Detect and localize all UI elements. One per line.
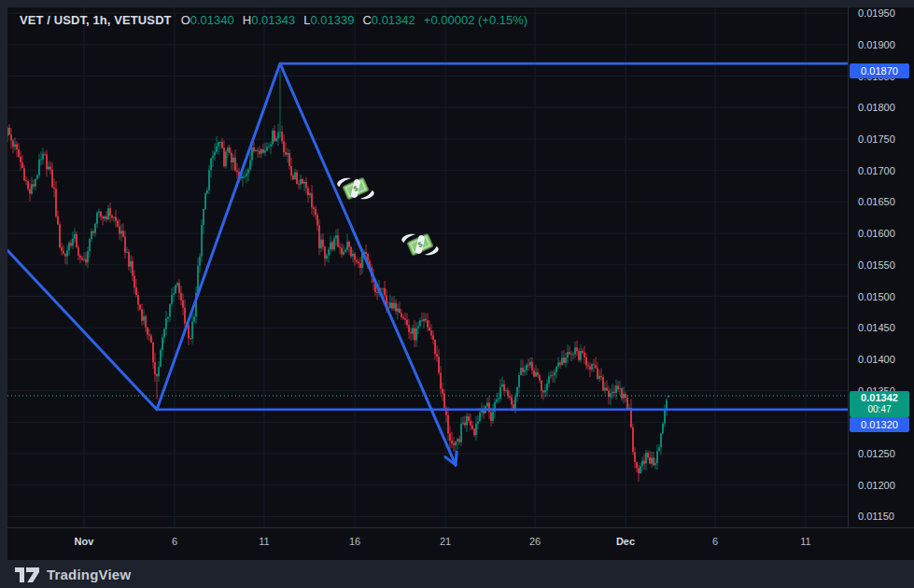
- price-tick-label: 0.01200: [858, 481, 895, 491]
- price-tick-label: 0.01250: [858, 449, 895, 459]
- change-value: +0.00002 (+0.15%): [424, 13, 527, 27]
- tradingview-wordmark[interactable]: TradingView: [47, 567, 131, 582]
- bottom-toolbar: TradingView: [0, 560, 914, 588]
- price-tag-lower-line: 0.01320: [850, 417, 909, 432]
- ohlc-values: O0.01340H0.01343L0.01339C0.01342: [181, 13, 424, 27]
- bar-countdown: 00:47: [850, 404, 909, 415]
- time-tick-label: 11: [259, 536, 269, 547]
- price-tag-upper-text: 0.01870: [861, 65, 898, 77]
- time-tick-label: 6: [712, 536, 718, 547]
- price-tick-label: 0.01700: [858, 166, 895, 176]
- time-tick-label: Dec: [616, 536, 635, 547]
- time-axis[interactable]: Nov611162126Dec611: [7, 527, 914, 561]
- price-tick-label: 0.01150: [858, 511, 894, 522]
- chart-pane[interactable]: $$: [7, 7, 848, 527]
- ohlc-field-o: O0.01340: [181, 13, 234, 27]
- price-tick-label: 0.01600: [858, 229, 895, 239]
- price-tick-label: 0.01800: [858, 103, 895, 113]
- grid-lines: [7, 7, 848, 527]
- money-with-wings-icon[interactable]: $: [401, 225, 440, 263]
- price-tick-label: 0.01650: [858, 197, 895, 207]
- price-axis[interactable]: 0.01870 0.01342 00:47 0.01320 0.019500.0…: [848, 7, 914, 527]
- left-frame: [0, 0, 7, 560]
- price-tick-label: 0.01400: [858, 355, 895, 365]
- price-tag-upper-line: 0.01870: [850, 63, 909, 78]
- tradingview-chart-window: $$ VET / USDT, 1h, VETUSDTO0.01340H0.013…: [0, 0, 914, 588]
- price-tag-lower-text: 0.01320: [861, 419, 898, 430]
- time-tick-label: 6: [172, 536, 177, 547]
- price-tick-label: 0.01950: [858, 8, 895, 19]
- ohlc-field-c: C0.01342: [362, 13, 415, 27]
- ohlc-field-h: H0.01343: [243, 13, 295, 27]
- top-frame: [0, 0, 914, 7]
- symbol-title[interactable]: VET / USDT, 1h, VETUSDT: [20, 13, 172, 27]
- time-tick-label: 11: [800, 536, 810, 547]
- price-tick-label: 0.01450: [858, 323, 895, 333]
- price-tick-label: 0.01550: [858, 260, 895, 271]
- trend-drawings[interactable]: [7, 63, 848, 465]
- time-tick-label: 16: [349, 536, 360, 547]
- candlestick-series: [7, 70, 669, 482]
- time-tick-label: 26: [529, 536, 541, 547]
- tradingview-logo-icon[interactable]: [14, 565, 40, 583]
- time-tick-label: Nov: [75, 536, 94, 547]
- price-tag-last-price: 0.01342 00:47: [850, 391, 909, 417]
- time-tick-label: 21: [440, 536, 451, 547]
- ohlc-field-l: L0.01339: [303, 13, 354, 27]
- last-price-text: 0.01342: [850, 392, 909, 404]
- symbol-legend[interactable]: VET / USDT, 1h, VETUSDTO0.01340H0.01343L…: [20, 12, 527, 29]
- price-tick-label: 0.01750: [858, 134, 895, 145]
- zigzag-trendline[interactable]: [7, 63, 456, 465]
- price-tick-label: 0.01900: [858, 40, 895, 50]
- price-tick-label: 0.01500: [858, 292, 895, 302]
